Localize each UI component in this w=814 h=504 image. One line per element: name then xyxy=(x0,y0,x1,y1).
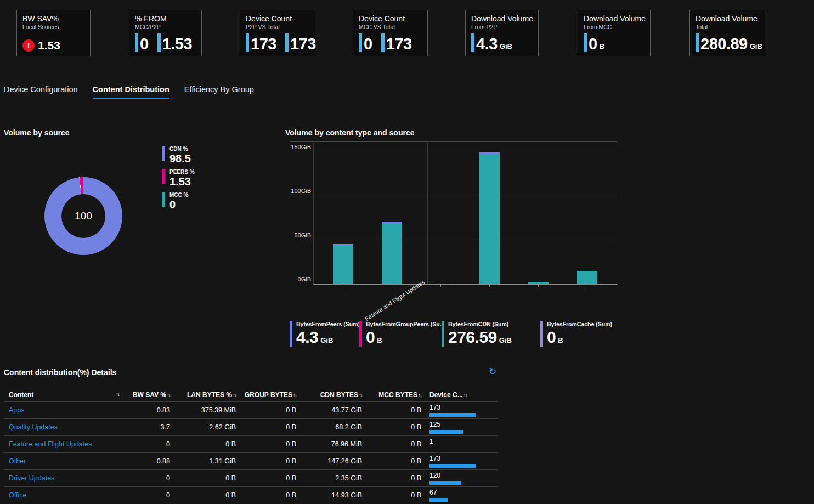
cell-content: Feature and Flight Updates xyxy=(4,440,119,448)
bar-cdn-other[interactable] xyxy=(479,154,500,284)
content-link-other[interactable]: Other xyxy=(9,457,26,465)
accent-bar-icon xyxy=(696,33,699,52)
device-count-bar xyxy=(429,413,476,417)
card-subtitle: MCC/P2P xyxy=(135,24,196,31)
column-header-bw-sav[interactable]: BW SAV %↑↓ xyxy=(119,391,170,399)
legend-item-cdn[interactable]: CDN %98.5 xyxy=(162,146,195,165)
donut-chart-title: Volume by source xyxy=(4,128,70,137)
x-axis-tick xyxy=(392,285,392,287)
bar-cdn-office[interactable] xyxy=(577,271,597,284)
content-link-quality-updates[interactable]: Quality Updates xyxy=(9,423,58,431)
column-header-cdn-bytes[interactable]: CDN BYTES↑↓ xyxy=(296,391,362,399)
kpi-card-device-count-p2p-vs-total: Device CountP2P VS Total173173 xyxy=(240,10,315,56)
legend-item-mcc[interactable]: MCC %0 xyxy=(162,192,195,211)
gridline xyxy=(290,152,617,152)
card-value-row: 0B xyxy=(584,33,645,52)
total-unit: GiB xyxy=(320,336,333,344)
accent-bar-icon xyxy=(157,33,161,52)
cell-content: Quality Updates xyxy=(4,423,119,431)
cell-bw-sav: 3.7 xyxy=(119,423,170,431)
undo-icon[interactable]: ↺ xyxy=(489,366,496,377)
cell-lan-bytes: 0 B xyxy=(170,440,236,448)
cell-group-bytes: 0 B xyxy=(236,474,296,482)
content-link-feature-and-flight-updates[interactable]: Feature and Flight Updates xyxy=(9,440,92,448)
legend-value: 1.53 xyxy=(169,175,195,188)
chart-total-bytesfromcache-sum: BytesFromCache (Sum)0B xyxy=(540,321,612,347)
bar-cdn-feature-and-flight-updates[interactable] xyxy=(431,284,451,284)
content-link-apps[interactable]: Apps xyxy=(9,406,25,414)
total-swatch-icon xyxy=(290,321,292,347)
total-label: BytesFromGroupPeers (Su... xyxy=(366,321,445,328)
legend-value: 98.5 xyxy=(169,152,191,165)
card-title: Download Volume xyxy=(471,14,533,24)
total-label: BytesFromPeers (Sum) xyxy=(296,321,360,328)
total-unit: B xyxy=(377,336,382,344)
warning-icon: ! xyxy=(22,39,35,52)
cell-content: Apps xyxy=(4,406,119,414)
card-value-group: 1.53 xyxy=(157,33,192,52)
cell-group-bytes: 0 B xyxy=(236,440,296,448)
legend-item-peers[interactable]: PEERS %1.53 xyxy=(162,169,195,188)
bar-peers-other[interactable] xyxy=(479,152,500,154)
legend-text: PEERS %1.53 xyxy=(169,169,195,188)
x-axis-tick xyxy=(343,285,343,287)
x-axis-tick xyxy=(587,285,587,287)
card-value-row: 4.3GiB xyxy=(471,33,533,52)
table-row-office: Office00 B0 B14.93 GiB0 B67 xyxy=(4,486,498,503)
column-header-label: GROUP BYTES xyxy=(245,391,292,399)
x-axis-tick xyxy=(440,285,441,287)
donut-hole: 100 xyxy=(61,194,105,238)
table-header-row: Content↑↓BW SAV %↑↓LAN BYTES %↑↓GROUP BY… xyxy=(4,388,498,401)
content-link-office[interactable]: Office xyxy=(9,491,26,499)
volume-by-source-donut[interactable]: 100 xyxy=(44,177,122,255)
cell-cdn-bytes: 43.77 GiB xyxy=(296,406,362,414)
cell-content: Other xyxy=(4,457,119,465)
cell-bw-sav: 0 xyxy=(119,440,170,448)
column-header-group-bytes[interactable]: GROUP BYTES↑↓ xyxy=(236,391,296,399)
x-axis-line xyxy=(313,284,617,285)
legend-label: PEERS % xyxy=(169,169,195,175)
cell-bw-sav: 0.88 xyxy=(119,457,170,465)
cell-content: Office xyxy=(4,491,119,499)
kpi-card-download-volume-total: Download VolumeTotal280.89GiB xyxy=(689,10,765,56)
total-value-row: 4.3GiB xyxy=(296,328,360,347)
card-value: 0 xyxy=(140,36,149,52)
card-title: Download Volume xyxy=(584,14,645,24)
tab-bar: Device ConfigurationContent Distribution… xyxy=(4,85,254,99)
bar-cdn-driver-updates[interactable] xyxy=(528,282,549,284)
card-value-group: 0 xyxy=(135,33,149,52)
bar-cdn-apps[interactable] xyxy=(333,246,353,284)
kpi-card-device-count-mcc-vs-total: Device CountMCC VS Total0173 xyxy=(353,10,428,56)
column-header-lan-bytes[interactable]: LAN BYTES %↑↓ xyxy=(170,391,236,399)
device-count-value: 1 xyxy=(429,438,498,445)
total-unit: B xyxy=(558,336,563,344)
card-value-row: 01.53 xyxy=(135,33,196,52)
cell-mcc-bytes: 0 B xyxy=(362,440,421,448)
cell-mcc-bytes: 0 B xyxy=(362,491,421,499)
card-subtitle: Total xyxy=(696,24,759,31)
cell-cdn-bytes: 68.2 GiB xyxy=(296,423,362,431)
accent-bar-icon xyxy=(381,33,385,52)
volume-by-content-type-chart: 0GiB50GiB100GiB150GiBFeature and Flight … xyxy=(285,138,628,336)
tab-device-configuration[interactable]: Device Configuration xyxy=(4,85,78,99)
total-label: BytesFromCDN (Sum) xyxy=(448,321,512,328)
card-subtitle: MCC VS Total xyxy=(359,24,422,31)
tab-efficiency-by-group[interactable]: Efficiency By Group xyxy=(184,85,254,99)
content-link-driver-updates[interactable]: Driver Updates xyxy=(9,474,54,482)
cell-device-count: 1 xyxy=(421,436,498,445)
column-header-mcc-bytes[interactable]: MCC BYTES↑↓ xyxy=(362,391,421,399)
column-header-content[interactable]: Content↑↓ xyxy=(4,391,119,399)
bar-peers-apps[interactable] xyxy=(333,244,353,246)
cell-lan-bytes: 0 B xyxy=(170,474,236,482)
bar-peers-quality-updates[interactable] xyxy=(382,222,402,224)
card-title: Device Count xyxy=(246,14,309,24)
cell-cdn-bytes: 147.26 GiB xyxy=(296,457,362,465)
device-count-value: 173 xyxy=(429,404,498,411)
legend-text: MCC %0 xyxy=(169,192,188,211)
cell-lan-bytes: 1.31 GiB xyxy=(170,457,236,465)
device-count-value: 173 xyxy=(429,455,498,462)
column-header-label: MCC BYTES xyxy=(378,391,417,399)
column-header-device-c[interactable]: Device C...↑↓ xyxy=(421,391,498,399)
bar-cdn-quality-updates[interactable] xyxy=(382,224,402,284)
tab-content-distribution[interactable]: Content Distribution xyxy=(93,85,169,99)
